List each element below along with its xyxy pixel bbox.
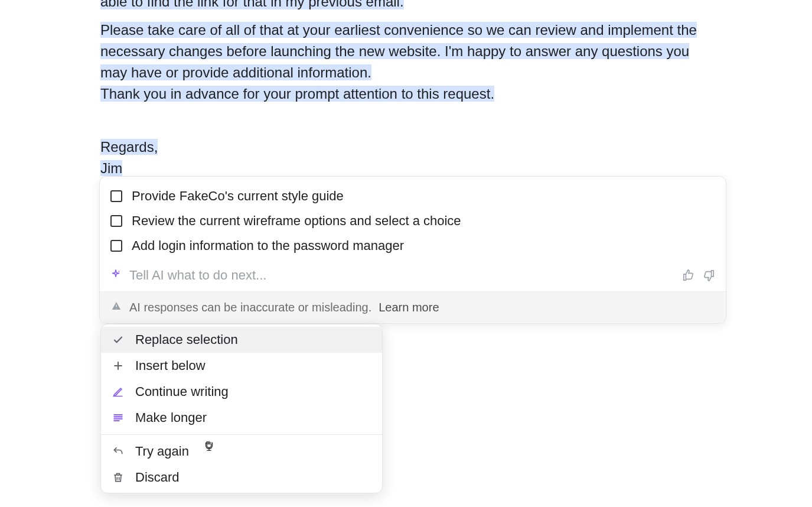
ai-tasks-list: Provide FakeCo's current style guide Rev…	[100, 177, 726, 262]
menu-discard[interactable]: Discard	[101, 464, 382, 490]
trash-icon	[112, 471, 125, 484]
menu-item-label: Continue writing	[135, 384, 229, 399]
task-row: Provide FakeCo's current style guide	[110, 184, 715, 209]
menu-insert-below[interactable]: Insert below	[101, 353, 382, 379]
task-checkbox[interactable]	[110, 240, 122, 252]
selected-paragraph-2[interactable]: Thank you in advance for your prompt att…	[100, 86, 494, 102]
selected-paragraph-1[interactable]: Please take care of all of that at your …	[100, 22, 697, 80]
task-row: Review the current wireframe options and…	[110, 209, 715, 233]
menu-item-label: Insert below	[135, 358, 206, 373]
ai-panel: Provide FakeCo's current style guide Rev…	[99, 176, 726, 324]
plus-icon	[112, 359, 125, 372]
menu-item-label: Make longer	[135, 410, 207, 425]
menu-item-label: Replace selection	[135, 332, 238, 347]
ai-footer: AI responses can be inaccurate or mislea…	[100, 291, 726, 323]
menu-replace-selection[interactable]: Replace selection	[101, 327, 382, 353]
menu-try-again[interactable]: Try again	[101, 438, 382, 464]
document-area: able to find the link for that in my pre…	[0, 0, 812, 179]
thumbs-down-icon[interactable]	[702, 269, 715, 282]
menu-continue-writing[interactable]: Continue writing	[101, 379, 382, 405]
menu-item-label: Discard	[135, 470, 180, 485]
selected-text-cutoff[interactable]: able to find the link for that in my pre…	[100, 0, 404, 9]
task-checkbox[interactable]	[110, 215, 122, 227]
pencil-icon	[112, 385, 125, 398]
check-icon	[112, 333, 125, 346]
ai-disclaimer-text: AI responses can be inaccurate or mislea…	[129, 301, 371, 314]
task-row: Add login information to the password ma…	[110, 233, 715, 258]
task-label: Review the current wireframe options and…	[132, 213, 461, 229]
feedback-buttons	[682, 269, 715, 282]
signoff-regards[interactable]: Regards,	[100, 139, 158, 155]
menu-item-label: Try again	[135, 444, 189, 459]
undo-icon	[112, 445, 125, 458]
thumbs-up-icon[interactable]	[682, 269, 695, 282]
task-label: Add login information to the password ma…	[132, 238, 404, 254]
learn-more-link[interactable]: Learn more	[379, 301, 439, 314]
signoff-name[interactable]: Jim	[100, 160, 122, 176]
sparkle-icon	[110, 269, 121, 282]
ai-input-row	[100, 262, 726, 291]
action-menu: Replace selection Insert below Continue …	[100, 324, 383, 493]
menu-divider	[101, 434, 382, 435]
task-label: Provide FakeCo's current style guide	[132, 188, 344, 204]
warning-icon	[110, 300, 122, 315]
task-checkbox[interactable]	[110, 190, 122, 202]
menu-make-longer[interactable]: Make longer	[101, 405, 382, 431]
ai-prompt-input[interactable]	[129, 268, 674, 283]
lines-icon	[112, 411, 125, 424]
